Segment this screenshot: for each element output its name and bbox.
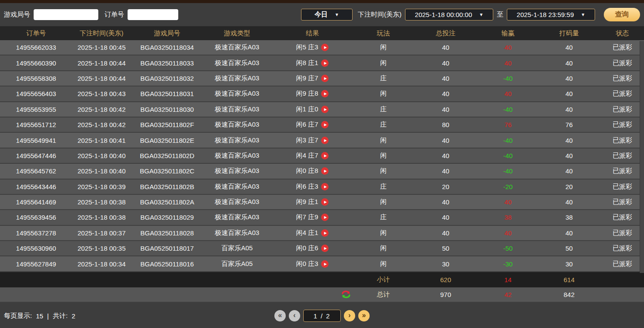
scrollbar[interactable] [640,41,644,273]
cell-turnover: 40 [537,75,601,82]
time-to-select[interactable]: 2025-1-18 23:59:59 ▼ [507,9,595,21]
cell-game-round: BGA0325011802C [131,167,203,175]
next-page-button[interactable]: › [344,310,355,321]
play-icon[interactable]: ▶ [321,137,329,144]
play-icon[interactable]: ▶ [321,152,329,159]
cell-total-bet: 40 [413,229,478,237]
cell-play-type: 庄 [354,213,413,221]
cell-total-bet: 40 [413,59,478,67]
page-indicator: 1 / 2 [303,310,341,322]
cell-game-round: BGA0325011802B [131,183,203,190]
cell-turnover: 40 [537,106,601,113]
total-win-loss: 42 [478,291,537,298]
play-icon[interactable]: ▶ [321,44,329,51]
cell-result: 闲9 庄7 ▶ [271,74,354,83]
cell-total-bet: 40 [413,137,478,144]
cell-game-type: 极速百家乐A03 [203,43,271,52]
cell-play-type: 庄 [354,74,413,83]
cell-result: 闲6 庄3 ▶ [271,183,354,191]
play-icon[interactable]: ▶ [321,106,329,113]
play-icon[interactable]: ▶ [321,167,329,175]
cell-turnover: 40 [537,44,601,51]
time-from-select[interactable]: 2025-1-18 00:00:00 ▼ [405,9,493,21]
cell-play-type: 闲 [354,59,413,67]
cell-total-bet: 40 [413,44,478,51]
table-row: 14955660390 2025-1-18 00:44 BGA032501180… [0,55,644,71]
cell-status: 已派彩 [601,90,644,98]
first-page-button[interactable]: « [274,310,286,321]
prev-page-button[interactable]: ‹ [289,310,300,321]
cell-game-type: 极速百家乐A03 [203,105,271,114]
table-row: 14955645762 2025-1-18 00:40 BGA032501180… [0,164,644,179]
cell-play-type: 闲 [354,152,413,160]
table-row: 14955651712 2025-1-18 00:42 BGA032501180… [0,117,644,133]
table-row: 14955627849 2025-1-18 00:34 BGA052501180… [0,256,644,272]
cell-turnover: 50 [537,245,601,252]
footer-bar: 每页显示: 15 | 共计: 2 « ‹ 1 / 2 › » [0,304,644,328]
cell-win-loss: 40 [478,198,537,206]
cell-order-no: 14955649941 [0,137,72,144]
cell-result: 闲0 庄6 ▶ [271,244,354,252]
top-accent-strip [0,0,644,3]
play-icon[interactable]: ▶ [321,75,329,82]
cell-bet-time: 2025-1-18 00:40 [72,152,131,159]
result-text: 闲0 庄3 [296,260,319,268]
cell-play-type: 闲 [354,167,413,175]
cell-total-bet: 40 [413,167,478,175]
cell-status: 已派彩 [601,198,644,206]
cell-win-loss: -40 [478,137,537,144]
play-icon[interactable]: ▶ [321,260,329,268]
play-icon[interactable]: ▶ [321,90,329,97]
bet-time-label: 下注时间(美东) [358,10,402,19]
cell-turnover: 40 [537,90,601,97]
result-text: 闲8 庄1 [296,59,319,67]
game-round-input[interactable] [34,9,98,20]
cell-status: 已派彩 [601,105,644,114]
order-no-input[interactable] [128,9,178,20]
column-header: 下注时间(美东) [72,29,131,38]
cell-turnover: 20 [537,183,601,190]
cell-result: 闲7 庄9 ▶ [271,213,354,221]
result-text: 闲4 庄7 [296,152,319,160]
cell-result: 闲5 庄3 ▶ [271,43,354,52]
cell-order-no: 14955651712 [0,121,72,128]
play-icon[interactable]: ▶ [321,245,329,252]
query-button[interactable]: 查询 [604,8,640,21]
cell-order-no: 14955656403 [0,90,72,97]
per-page-label: 每页显示: [4,312,32,320]
total-bet: 970 [413,291,478,298]
play-icon[interactable]: ▶ [321,198,329,206]
table-row: 14955662033 2025-1-18 00:45 BGA032501180… [0,40,644,55]
cell-game-type: 极速百家乐A03 [203,167,271,175]
cell-game-type: 极速百家乐A03 [203,74,271,83]
cell-game-type: 极速百家乐A03 [203,90,271,98]
cell-game-type: 极速百家乐A03 [203,136,271,145]
cell-order-no: 14955662033 [0,44,72,51]
to-label: 至 [497,10,503,19]
play-icon[interactable]: ▶ [321,121,329,128]
cell-play-type: 闲 [354,229,413,237]
play-icon[interactable]: ▶ [321,59,329,67]
quick-range-select[interactable]: 今日 ▼ [301,9,353,21]
last-page-button[interactable]: » [358,310,370,321]
play-icon[interactable]: ▶ [321,183,329,190]
play-icon[interactable]: ▶ [321,214,329,221]
column-header: 结果 [271,29,354,38]
cell-bet-time: 2025-1-18 00:42 [72,121,131,128]
cell-win-loss: -40 [478,167,537,175]
cell-result: 闲9 庄1 ▶ [271,198,354,206]
cell-win-loss: 40 [478,229,537,237]
column-header: 订单号 [0,29,72,38]
swap-icon[interactable] [341,289,351,300]
pagination: « ‹ 1 / 2 › » [274,310,370,322]
cell-play-type: 闲 [354,136,413,145]
cell-game-type: 极速百家乐A03 [203,183,271,191]
cell-order-no: 14955627849 [0,260,72,268]
play-icon[interactable]: ▶ [321,229,329,237]
game-round-label: 游戏局号 [4,10,30,19]
cell-play-type: 闲 [354,244,413,252]
cell-order-no: 14955630960 [0,245,72,252]
cell-total-bet: 40 [413,198,478,206]
cell-game-round: BGA03250118028 [131,229,203,237]
table-row: 14955637278 2025-1-18 00:37 BGA032501180… [0,226,644,241]
